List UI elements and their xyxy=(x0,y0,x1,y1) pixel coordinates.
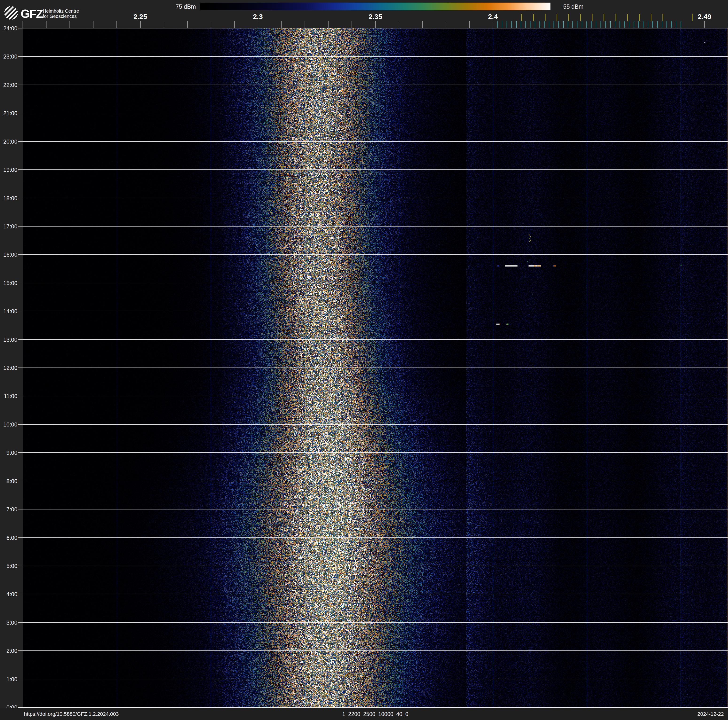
carrier-tick-teal xyxy=(681,21,681,28)
time-label-24: 24:00 xyxy=(0,25,17,32)
doi-link[interactable]: https://doi.org/10.5880/GFZ.1.2.2024.003 xyxy=(24,711,119,717)
freq-label-2.49: 2.49 xyxy=(690,13,719,21)
freq-minor-tick xyxy=(234,21,235,28)
carrier-tick-teal xyxy=(596,21,596,28)
carrier-tick-yellow xyxy=(522,14,522,21)
time-label-6: 6:00 xyxy=(0,535,17,541)
carrier-tick-teal xyxy=(540,21,540,28)
carrier-tick-teal xyxy=(511,21,512,28)
freq-minor-tick xyxy=(187,21,188,28)
hour-gridline-14 xyxy=(23,311,728,311)
carrier-tick-teal xyxy=(554,21,554,28)
carrier-tick-yellow xyxy=(662,14,663,21)
logo-subtitle-line2: for Geosciences xyxy=(43,14,79,19)
carrier-tick-teal xyxy=(563,21,563,28)
carrier-tick-teal xyxy=(605,21,606,28)
hour-gridline-24 xyxy=(23,28,728,28)
hour-gridline-6 xyxy=(23,538,728,538)
colorbar-min-label: -75 dBm xyxy=(174,3,196,10)
hour-tick-24 xyxy=(18,28,23,28)
time-label-14: 14:00 xyxy=(0,308,17,315)
freq-minor-tick xyxy=(375,21,376,28)
freq-minor-tick xyxy=(281,21,281,28)
carrier-tick-teal xyxy=(535,21,535,28)
freq-minor-tick xyxy=(399,21,399,28)
carrier-tick-yellow xyxy=(592,14,592,21)
time-label-8: 8:00 xyxy=(0,478,17,484)
carrier-tick-yellow xyxy=(557,14,557,21)
hour-tick-18 xyxy=(18,198,23,198)
time-label-9: 9:00 xyxy=(0,450,17,456)
carrier-tick-teal xyxy=(652,21,653,28)
hour-gridline-23 xyxy=(23,56,728,57)
carrier-tick-teal xyxy=(544,21,544,28)
hour-gridline-1 xyxy=(23,679,728,679)
carrier-tick-teal xyxy=(619,21,620,28)
freq-minor-tick xyxy=(446,21,446,28)
carrier-tick-yellow xyxy=(692,14,693,21)
colorbar-max-label: -55 dBm xyxy=(561,3,583,10)
time-label-10: 10:00 xyxy=(0,421,17,428)
hour-tick-6 xyxy=(18,538,23,538)
hour-gridline-10 xyxy=(23,424,728,424)
carrier-tick-yellow xyxy=(627,14,628,21)
freq-minor-tick xyxy=(211,21,211,28)
hour-tick-22 xyxy=(18,84,23,85)
hour-gridline-4 xyxy=(23,594,728,594)
freq-minor-tick xyxy=(46,21,46,28)
carrier-tick-teal xyxy=(638,21,639,28)
hour-tick-15 xyxy=(18,283,23,283)
hour-gridline-12 xyxy=(23,368,728,368)
time-label-11: 11:00 xyxy=(0,393,17,400)
freq-minor-tick xyxy=(23,21,23,28)
hour-gridline-22 xyxy=(23,84,728,85)
time-label-16: 16:00 xyxy=(0,251,17,258)
time-label-4: 4:00 xyxy=(0,591,17,597)
hour-gridline-2 xyxy=(23,650,728,651)
power-colorbar xyxy=(200,3,551,10)
logo-subtitle-line1: Helmholtz Centre xyxy=(43,8,79,14)
time-label-3: 3:00 xyxy=(0,619,17,626)
time-label-12: 12:00 xyxy=(0,365,17,371)
hour-tick-14 xyxy=(18,311,23,311)
hour-tick-23 xyxy=(18,56,23,57)
carrier-tick-teal xyxy=(558,21,559,28)
hour-tick-4 xyxy=(18,594,23,594)
plot-bottom-border xyxy=(18,707,728,708)
carrier-tick-teal xyxy=(577,21,578,28)
time-label-1: 1:00 xyxy=(0,676,17,683)
hour-gridline-5 xyxy=(23,565,728,566)
time-label-20: 20:00 xyxy=(0,138,17,145)
hour-gridline-17 xyxy=(23,226,728,227)
freq-label-2.3: 2.3 xyxy=(244,13,272,21)
carrier-tick-teal xyxy=(601,21,601,28)
hour-gridline-16 xyxy=(23,254,728,255)
carrier-tick-teal xyxy=(567,21,568,28)
carrier-tick-teal xyxy=(530,21,531,28)
freq-minor-tick xyxy=(493,21,493,28)
time-label-18: 18:00 xyxy=(0,195,17,202)
freq-minor-tick xyxy=(164,21,164,28)
freq-label-2.4: 2.4 xyxy=(479,13,507,21)
carrier-tick-yellow xyxy=(651,14,652,21)
hour-gridline-3 xyxy=(23,622,728,623)
hour-tick-21 xyxy=(18,113,23,113)
hour-tick-16 xyxy=(18,254,23,255)
time-label-5: 5:00 xyxy=(0,563,17,569)
carrier-tick-teal xyxy=(549,21,549,28)
time-label-2: 2:00 xyxy=(0,648,17,654)
hour-gridline-13 xyxy=(23,339,728,340)
carrier-tick-yellow xyxy=(580,14,581,21)
hour-gridline-8 xyxy=(23,481,728,481)
station-id-label: 1_2200_2500_10000_40_0 xyxy=(340,711,410,717)
hour-tick-19 xyxy=(18,169,23,170)
hour-tick-2 xyxy=(18,650,23,651)
freq-minor-tick xyxy=(140,21,141,28)
carrier-tick-yellow xyxy=(639,14,640,21)
hour-gridline-18 xyxy=(23,198,728,198)
carrier-tick-teal xyxy=(643,21,644,28)
carrier-tick-teal xyxy=(629,21,629,28)
carrier-tick-teal xyxy=(671,21,671,28)
freq-minor-tick xyxy=(69,21,70,28)
spectrogram-page: GFZ Helmholtz Centre for Geosciences -75… xyxy=(0,0,728,720)
